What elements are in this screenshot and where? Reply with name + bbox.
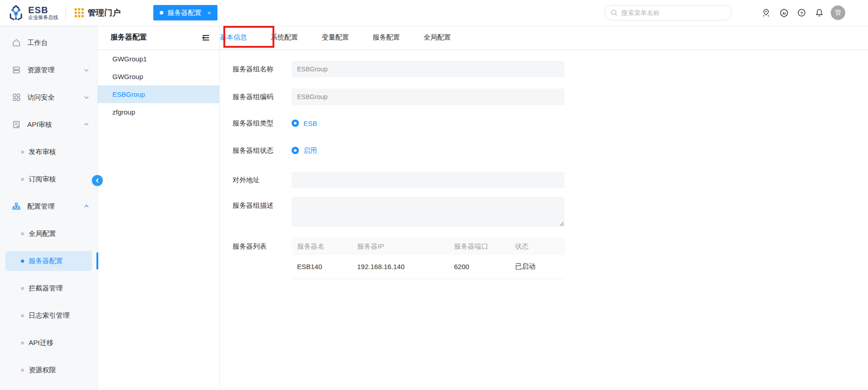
cell-server-name: ESB140 — [292, 255, 352, 279]
bullet-dot-icon — [21, 369, 24, 372]
group-label: zfgroup — [112, 108, 135, 116]
field-label: 服务器组类型 — [232, 119, 284, 128]
header-divider — [66, 7, 66, 19]
sidebar-item-global-config[interactable]: 全局配置 — [5, 224, 92, 244]
chevron-down-icon — [84, 67, 89, 73]
sidebar-collapse-button[interactable] — [92, 175, 103, 186]
group-item-zfgroup[interactable]: zfgroup — [98, 103, 219, 121]
sidebar-sub-label: 资源权限 — [29, 366, 56, 375]
group-item-gwgroup1[interactable]: GWGroup1 — [98, 50, 219, 68]
tab-close-icon[interactable]: × — [207, 10, 211, 16]
form-row-group-type: 服务器组类型 ESB — [232, 116, 868, 130]
help-icon[interactable]: ? — [797, 8, 807, 18]
sidebar-sub-label: 发布审核 — [29, 148, 56, 156]
avatar-text: 管 — [835, 9, 841, 17]
bullet-dot-icon — [21, 260, 24, 263]
sidebar-label: API审核 — [27, 120, 84, 129]
server-list-table: 服务器名 服务器IP 服务器端口 状态 ESB140 192.168.16.14… — [292, 238, 565, 279]
location-icon[interactable] — [761, 8, 771, 18]
sidebar-item-workbench[interactable]: 工作台 — [0, 33, 97, 53]
server-group-list: GWGroup1 GWGroup ESBGroup zfgroup — [98, 50, 219, 121]
search-input[interactable] — [621, 9, 726, 16]
document-check-icon — [12, 120, 21, 129]
ai-assistant-icon[interactable]: AI — [779, 8, 789, 18]
chevron-down-icon — [84, 95, 89, 100]
sidebar-item-resource-permission[interactable]: 资源权限 — [5, 360, 92, 380]
svg-text:AI: AI — [782, 11, 785, 15]
field-label: 服务器组编码 — [232, 93, 284, 101]
tab-variable-config[interactable]: 变量配置 — [322, 33, 349, 42]
group-item-gwgroup[interactable]: GWGroup — [98, 68, 219, 85]
notifications-bell-icon[interactable] — [814, 8, 824, 18]
field-label: 服务器组状态 — [232, 146, 284, 155]
window-tab-label: 服务器配置 — [167, 9, 202, 17]
tab-basic-info[interactable]: 基本信息 — [220, 33, 247, 42]
tab-service-config[interactable]: 服务配置 — [373, 33, 400, 42]
sidebar-sub-label: 拦截器管理 — [29, 284, 63, 293]
window-tab-server-config[interactable]: 服务器配置 × — [153, 5, 217, 20]
group-description-textarea[interactable] — [292, 197, 565, 227]
group-label: GWGroup — [112, 73, 143, 80]
sidebar-label: 访问安全 — [27, 93, 84, 102]
sidebar-item-server-config[interactable]: 服务器配置 — [5, 251, 92, 271]
search-icon — [611, 9, 618, 16]
col-server-name: 服务器名 — [292, 238, 352, 255]
chevron-up-icon — [84, 204, 89, 209]
sidebar-item-publish-audit[interactable]: 发布审核 — [5, 142, 92, 162]
svg-text:?: ? — [800, 11, 803, 15]
top-bar: ESB 企业服务总线 管理门户 服务器配置 × — [0, 0, 868, 25]
sidebar-item-log-index-management[interactable]: 日志索引管理 — [5, 305, 92, 325]
header-icon-group: AI ? — [761, 8, 824, 18]
org-tree-icon — [12, 202, 21, 211]
detail-tabs: 基本信息 系统配置 变量配置 服务配置 全局配置 — [220, 25, 868, 50]
group-item-esbgroup[interactable]: ESBGroup — [98, 85, 219, 103]
tab-system-config[interactable]: 系统配置 — [271, 33, 298, 42]
field-label: 服务器列表 — [232, 238, 284, 255]
cell-server-ip: 192.168.16.140 — [352, 255, 449, 279]
sidebar-label: 配置管理 — [27, 202, 84, 211]
group-code-input[interactable] — [292, 89, 565, 105]
field-label: 服务器组名称 — [232, 65, 284, 74]
menu-fold-icon[interactable] — [201, 33, 210, 42]
radio-selected-icon[interactable] — [292, 120, 299, 127]
grid-icon — [74, 8, 84, 18]
chevron-up-icon — [84, 122, 89, 127]
chevron-left-icon — [95, 178, 100, 183]
field-label: 对外地址 — [232, 176, 284, 185]
esb-logo-text: ESB 企业服务总线 — [28, 5, 58, 20]
sidebar-item-subscribe-audit[interactable]: 订阅审核 — [5, 169, 92, 189]
form-row-server-list: 服务器列表 服务器名 服务器IP 服务器端口 状态 — [232, 238, 868, 279]
bullet-dot-icon — [21, 314, 24, 317]
sidebar-item-interceptor-management[interactable]: 拦截器管理 — [5, 278, 92, 298]
col-server-port: 服务器端口 — [449, 238, 510, 255]
sidebar-item-config-management[interactable]: 配置管理 — [0, 196, 97, 216]
radio-selected-icon[interactable] — [292, 147, 299, 154]
sidebar-item-api-migration[interactable]: API迁移 — [5, 333, 92, 353]
bullet-dot-icon — [21, 287, 24, 290]
external-address-input[interactable] — [292, 172, 565, 188]
sidebar-item-access-security[interactable]: 访问安全 — [0, 87, 97, 107]
bullet-dot-icon — [21, 341, 24, 345]
panel-header: 服务器配置 — [98, 25, 219, 50]
sidebar-item-api-audit[interactable]: API审核 — [0, 115, 97, 135]
home-icon — [12, 38, 21, 47]
user-avatar[interactable]: 管 — [831, 5, 845, 20]
radio-option-label[interactable]: 启用 — [303, 146, 317, 155]
field-label: 服务器组描述 — [232, 197, 284, 214]
sidebar-item-resources[interactable]: 资源管理 — [0, 60, 97, 80]
sidebar-label: 资源管理 — [27, 66, 84, 75]
active-indicator-bar — [96, 252, 98, 270]
bullet-dot-icon — [21, 178, 24, 181]
logo-title: ESB — [28, 5, 58, 15]
panel-title: 服务器配置 — [111, 33, 201, 42]
portal-title: 管理门户 — [74, 7, 121, 18]
cell-status: 已启动 — [510, 255, 565, 279]
tab-global-config[interactable]: 全局配置 — [424, 33, 451, 42]
form-row-group-code: 服务器组编码 — [232, 89, 868, 105]
group-name-input[interactable] — [292, 61, 565, 77]
table-row: ESB140 192.168.16.140 6200 已启动 — [292, 255, 565, 279]
tab-active-dot-icon — [160, 11, 163, 15]
menu-search-box[interactable] — [605, 5, 732, 20]
server-stack-icon — [12, 65, 21, 75]
radio-option-label[interactable]: ESB — [303, 120, 317, 127]
